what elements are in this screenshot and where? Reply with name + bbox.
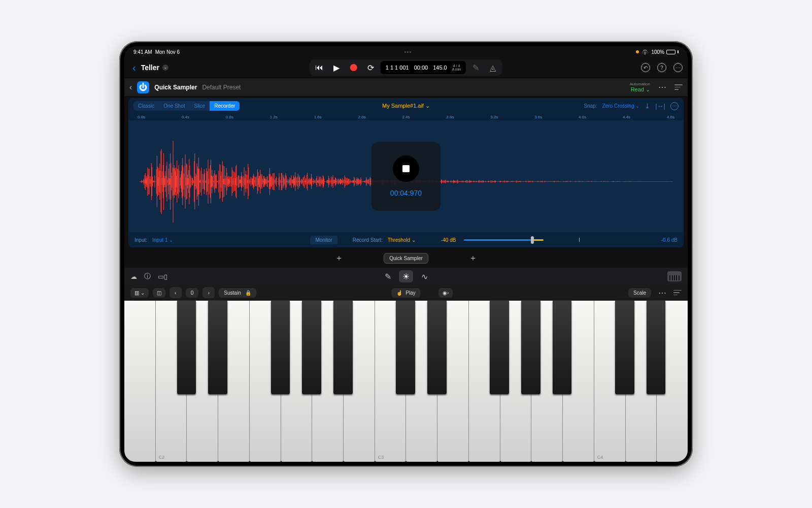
svg-rect-637 bbox=[493, 181, 494, 182]
stop-record-button[interactable] bbox=[393, 155, 419, 182]
browser-icon[interactable]: ▭▯ bbox=[158, 273, 167, 280]
play-mode-button[interactable]: ☝ Play bbox=[391, 288, 420, 298]
plugin-more-button[interactable]: ⋯ bbox=[655, 82, 669, 92]
svg-rect-655 bbox=[503, 181, 503, 182]
goto-start-button[interactable]: ⏮ bbox=[312, 61, 327, 74]
waveform-display[interactable]: 00:04:970 bbox=[128, 120, 684, 232]
keyboard-mode-button[interactable]: ▥ ⌄ bbox=[130, 288, 149, 298]
octave-down-button[interactable]: ‹ bbox=[170, 287, 182, 298]
battery-indicator: 100% bbox=[651, 49, 679, 55]
sample-filename[interactable]: My Sample#1.aif ⌄ bbox=[382, 103, 430, 109]
svg-rect-86 bbox=[187, 175, 188, 188]
white-key[interactable] bbox=[187, 301, 218, 462]
project-title[interactable]: Teller⌄ bbox=[141, 64, 168, 72]
sustain-button[interactable]: Sustain🔒 bbox=[219, 288, 256, 298]
plugin-power-button[interactable]: ⏻ bbox=[137, 81, 149, 93]
octave-up-button[interactable]: › bbox=[202, 287, 215, 298]
svg-rect-940 bbox=[661, 181, 662, 182]
input-value[interactable]: Input 1 ⌄ bbox=[152, 237, 173, 243]
mode-oneshot-tab[interactable]: One Shot bbox=[159, 101, 189, 111]
svg-rect-18 bbox=[150, 179, 150, 184]
lcd-display[interactable]: 1 1 1 001 00:00 145.0 4 / 4A min bbox=[381, 61, 466, 74]
metronome-button[interactable]: ◬ bbox=[485, 61, 500, 74]
mode-recorder-tab[interactable]: Recorder bbox=[210, 101, 240, 111]
white-key[interactable] bbox=[312, 301, 344, 462]
smart-controls-button[interactable]: ☀ bbox=[399, 270, 413, 282]
white-key[interactable]: C4 bbox=[594, 301, 626, 462]
svg-rect-60 bbox=[173, 141, 174, 223]
mixer-view-button[interactable]: ∿ bbox=[417, 270, 431, 282]
crop-icon[interactable]: ⤓ bbox=[645, 102, 650, 110]
sampler-menu-button[interactable]: ⋯ bbox=[670, 102, 679, 110]
white-key[interactable] bbox=[344, 301, 375, 462]
plugin-chip[interactable]: Quick Sampler bbox=[384, 253, 428, 264]
record-button[interactable] bbox=[346, 61, 361, 74]
svg-rect-748 bbox=[555, 181, 555, 182]
multitask-dots[interactable] bbox=[404, 51, 411, 53]
monitor-toggle[interactable]: Monitor bbox=[310, 236, 337, 244]
white-key[interactable] bbox=[626, 301, 657, 462]
svg-rect-37 bbox=[160, 170, 160, 193]
undo-button[interactable]: ↶ bbox=[641, 63, 650, 72]
piano-keyboard[interactable]: C2C3C4 bbox=[124, 300, 688, 462]
white-key[interactable]: C3 bbox=[375, 301, 407, 462]
svg-rect-345 bbox=[331, 176, 331, 186]
snap-value[interactable]: Zero Crossing ⌄ bbox=[602, 103, 640, 109]
automation-mode[interactable]: Automation Read ⌄ bbox=[630, 82, 650, 93]
white-key[interactable] bbox=[657, 301, 688, 462]
svg-rect-840 bbox=[606, 181, 606, 182]
svg-rect-903 bbox=[641, 181, 641, 182]
white-key[interactable] bbox=[124, 301, 156, 462]
svg-rect-25 bbox=[153, 181, 154, 182]
plugin-preset[interactable]: Default Preset bbox=[202, 84, 241, 91]
white-key[interactable] bbox=[563, 301, 594, 462]
keyboard-more-button[interactable]: ⋯ bbox=[655, 288, 669, 298]
white-key[interactable] bbox=[469, 301, 500, 462]
white-key[interactable] bbox=[218, 301, 250, 462]
glissando-toggle[interactable]: ◉› bbox=[438, 288, 453, 298]
edit-view-button[interactable]: ✎ bbox=[381, 270, 395, 282]
mode-slice-tab[interactable]: Slice bbox=[190, 101, 210, 111]
split-button[interactable]: ◫ bbox=[153, 288, 165, 298]
play-button[interactable]: ▶ bbox=[329, 61, 344, 74]
keyboard-view-button[interactable] bbox=[667, 271, 682, 281]
more-menu-button[interactable]: ⋯ bbox=[673, 63, 683, 72]
svg-rect-885 bbox=[631, 181, 631, 182]
white-key[interactable] bbox=[281, 301, 313, 462]
svg-rect-800 bbox=[584, 181, 584, 182]
white-key[interactable] bbox=[531, 301, 563, 462]
white-key[interactable]: C2 bbox=[156, 301, 187, 462]
scale-button[interactable]: Scale bbox=[628, 288, 651, 298]
svg-rect-628 bbox=[488, 181, 489, 182]
add-plugin-left-button[interactable]: ＋ bbox=[335, 253, 343, 264]
library-icon[interactable]: ☁ bbox=[130, 273, 137, 280]
svg-rect-2 bbox=[141, 181, 141, 182]
fit-icon[interactable]: |↔| bbox=[655, 102, 665, 110]
white-key[interactable] bbox=[500, 301, 532, 462]
svg-rect-343 bbox=[330, 180, 330, 183]
threshold-slider[interactable] bbox=[464, 238, 581, 241]
cycle-button[interactable]: ⟳ bbox=[363, 61, 379, 74]
svg-rect-270 bbox=[289, 177, 290, 185]
white-key[interactable] bbox=[437, 301, 469, 462]
mode-classic-tab[interactable]: Classic bbox=[133, 101, 159, 111]
slider-handle-icon[interactable] bbox=[531, 236, 534, 244]
keyboard-lines-icon[interactable] bbox=[673, 290, 682, 296]
tuner-button[interactable]: ✎ bbox=[468, 61, 483, 74]
back-button[interactable]: ‹ bbox=[129, 62, 139, 74]
white-key[interactable] bbox=[250, 301, 281, 462]
plugin-back-button[interactable]: ‹ bbox=[129, 83, 132, 92]
recstart-label: Record Start: bbox=[353, 237, 383, 243]
recstart-value[interactable]: Threshold ⌄ bbox=[388, 237, 416, 243]
svg-rect-344 bbox=[330, 181, 331, 182]
svg-rect-847 bbox=[610, 181, 610, 182]
add-plugin-right-button[interactable]: ＋ bbox=[469, 253, 477, 264]
svg-rect-379 bbox=[350, 179, 350, 183]
svg-rect-339 bbox=[328, 180, 328, 183]
key-label: C4 bbox=[597, 455, 603, 460]
help-button[interactable]: ? bbox=[657, 63, 666, 72]
white-key[interactable] bbox=[406, 301, 437, 462]
plugin-lines-icon[interactable] bbox=[674, 84, 683, 90]
svg-rect-820 bbox=[595, 181, 595, 182]
info-icon[interactable]: ⓘ bbox=[144, 272, 151, 281]
